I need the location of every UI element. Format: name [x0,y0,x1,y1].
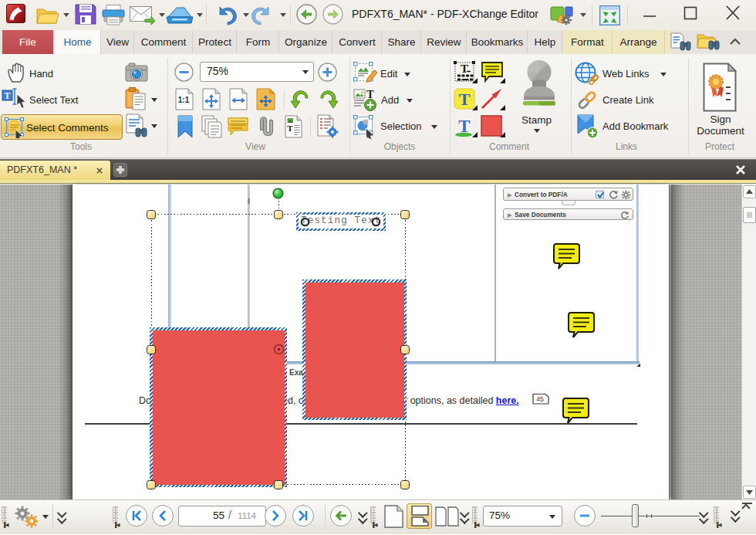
svg-text:T: T [366,89,374,100]
svg-text:T: T [461,63,468,75]
svg-text:T: T [4,90,10,101]
svg-text:45: 45 [536,395,544,403]
svg-text:T: T [459,90,471,109]
svg-text:T: T [287,124,293,133]
svg-text:1:1: 1:1 [178,96,190,104]
